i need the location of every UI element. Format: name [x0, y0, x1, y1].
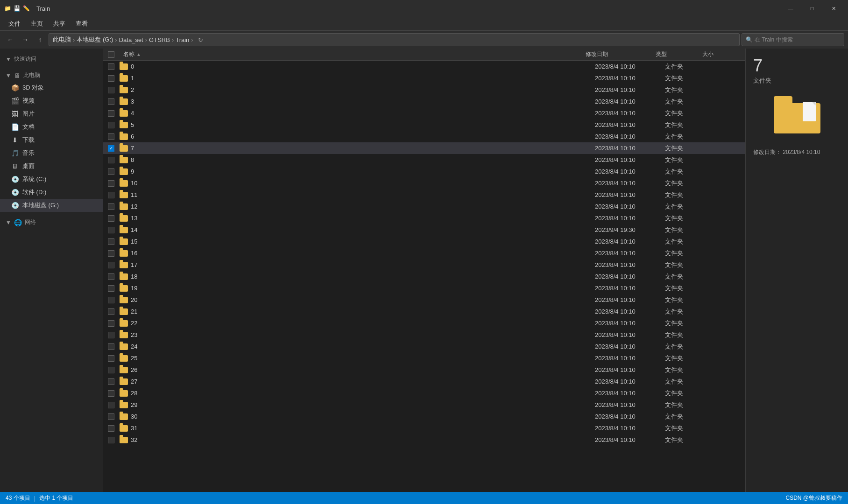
- address-gtsrb[interactable]: GTSRB: [149, 36, 170, 43]
- row-checkbox-col[interactable]: [103, 413, 120, 420]
- refresh-button[interactable]: ↻: [195, 34, 206, 45]
- row-checkbox-col[interactable]: [103, 367, 120, 373]
- row-checkbox-col[interactable]: [103, 285, 120, 292]
- row-checkbox[interactable]: [108, 262, 114, 268]
- row-checkbox-col[interactable]: [103, 437, 120, 443]
- row-checkbox-col[interactable]: [103, 63, 120, 70]
- row-checkbox-col[interactable]: [103, 98, 120, 105]
- row-checkbox[interactable]: [108, 320, 114, 327]
- table-row[interactable]: 10 2023/8/4 10:10 文件夹: [103, 177, 745, 189]
- up-button[interactable]: ↑: [34, 33, 47, 46]
- row-checkbox[interactable]: [108, 367, 114, 373]
- row-checkbox[interactable]: [108, 332, 114, 338]
- row-checkbox[interactable]: [108, 425, 114, 432]
- row-checkbox-col[interactable]: [103, 157, 120, 163]
- search-bar[interactable]: 🔍 在 Train 中搜索: [742, 33, 844, 46]
- select-all-checkbox[interactable]: [108, 51, 114, 58]
- table-row[interactable]: 8 2023/8/4 10:10 文件夹: [103, 154, 745, 166]
- table-row[interactable]: 2 2023/8/4 10:10 文件夹: [103, 84, 745, 96]
- table-row[interactable]: 23 2023/8/4 10:10 文件夹: [103, 329, 745, 341]
- row-checkbox[interactable]: [108, 437, 114, 443]
- row-checkbox-col[interactable]: [103, 378, 120, 385]
- row-checkbox-col[interactable]: ✓: [103, 145, 120, 152]
- row-checkbox[interactable]: [108, 238, 114, 245]
- header-checkbox-col[interactable]: [103, 51, 120, 58]
- row-checkbox[interactable]: [108, 75, 114, 82]
- row-checkbox[interactable]: [108, 390, 114, 397]
- table-row[interactable]: 24 2023/8/4 10:10 文件夹: [103, 341, 745, 352]
- row-checkbox-col[interactable]: [103, 262, 120, 268]
- row-checkbox-col[interactable]: [103, 227, 120, 233]
- sidebar-quick-access-header[interactable]: ▼ 快速访问: [0, 52, 103, 65]
- table-row[interactable]: 27 2023/8/4 10:10 文件夹: [103, 376, 745, 387]
- sidebar-item-downloads[interactable]: ⬇ 下载: [0, 133, 103, 147]
- table-row[interactable]: 20 2023/8/4 10:10 文件夹: [103, 294, 745, 306]
- address-pc[interactable]: 此电脑: [53, 35, 71, 44]
- table-row[interactable]: 28 2023/8/4 10:10 文件夹: [103, 387, 745, 399]
- sidebar-item-g-drive[interactable]: 💿 本地磁盘 (G:): [0, 199, 103, 212]
- row-checkbox-col[interactable]: [103, 273, 120, 280]
- table-row[interactable]: 3 2023/8/4 10:10 文件夹: [103, 96, 745, 107]
- table-row[interactable]: 9 2023/8/4 10:10 文件夹: [103, 166, 745, 177]
- row-checkbox[interactable]: [108, 413, 114, 420]
- row-checkbox[interactable]: [108, 110, 114, 117]
- row-checkbox-col[interactable]: [103, 168, 120, 175]
- row-checkbox-col[interactable]: [103, 75, 120, 82]
- address-bar[interactable]: 此电脑 › 本地磁盘 (G:) › Data_set › GTSRB › Tra…: [49, 33, 740, 46]
- col-header-name[interactable]: 名称 ▲: [120, 50, 582, 58]
- row-checkbox[interactable]: [108, 215, 114, 222]
- sidebar-item-video[interactable]: 🎬 视频: [0, 94, 103, 107]
- row-checkbox[interactable]: [108, 157, 114, 163]
- menu-view[interactable]: 查看: [71, 18, 92, 30]
- sidebar-item-d-drive[interactable]: 💿 软件 (D:): [0, 186, 103, 199]
- table-row[interactable]: 30 2023/8/4 10:10 文件夹: [103, 411, 745, 422]
- table-row[interactable]: 22 2023/8/4 10:10 文件夹: [103, 317, 745, 329]
- row-checkbox-col[interactable]: [103, 355, 120, 362]
- row-checkbox[interactable]: [108, 227, 114, 233]
- sidebar-item-documents[interactable]: 📄 文档: [0, 120, 103, 133]
- col-header-date[interactable]: 修改日期: [582, 50, 652, 58]
- table-row[interactable]: 29 2023/8/4 10:10 文件夹: [103, 399, 745, 411]
- address-train[interactable]: Train: [176, 36, 189, 43]
- row-checkbox[interactable]: [108, 168, 114, 175]
- address-dataset[interactable]: Data_set: [119, 36, 143, 43]
- table-row[interactable]: 11 2023/8/4 10:10 文件夹: [103, 189, 745, 201]
- row-checkbox[interactable]: [108, 273, 114, 280]
- table-row[interactable]: 26 2023/8/4 10:10 文件夹: [103, 364, 745, 376]
- sidebar-item-desktop[interactable]: 🖥 桌面: [0, 160, 103, 173]
- table-row[interactable]: 25 2023/8/4 10:10 文件夹: [103, 352, 745, 364]
- table-row[interactable]: 21 2023/8/4 10:10 文件夹: [103, 306, 745, 317]
- row-checkbox[interactable]: [108, 180, 114, 187]
- table-row[interactable]: 5 2023/8/4 10:10 文件夹: [103, 119, 745, 131]
- row-checkbox-col[interactable]: [103, 297, 120, 303]
- col-header-type[interactable]: 类型: [652, 50, 699, 58]
- row-checkbox-col[interactable]: [103, 332, 120, 338]
- row-checkbox[interactable]: [108, 355, 114, 362]
- row-checkbox-col[interactable]: [103, 425, 120, 432]
- row-checkbox-col[interactable]: [103, 215, 120, 222]
- row-checkbox-col[interactable]: [103, 110, 120, 117]
- close-button[interactable]: ✕: [823, 0, 844, 17]
- menu-file[interactable]: 文件: [4, 18, 25, 30]
- sidebar-network-header[interactable]: ▼ 🌐 网络: [0, 216, 103, 228]
- row-checkbox[interactable]: [108, 308, 114, 315]
- minimize-button[interactable]: —: [780, 0, 801, 17]
- row-checkbox-col[interactable]: [103, 180, 120, 187]
- sidebar-item-3dobjects[interactable]: 📦 3D 对象: [0, 81, 103, 94]
- address-drive[interactable]: 本地磁盘 (G:): [77, 35, 113, 44]
- row-checkbox[interactable]: [108, 297, 114, 303]
- row-checkbox[interactable]: [108, 343, 114, 350]
- row-checkbox[interactable]: [108, 87, 114, 93]
- row-checkbox-col[interactable]: [103, 133, 120, 140]
- table-row[interactable]: 31 2023/8/4 10:10 文件夹: [103, 422, 745, 434]
- table-row[interactable]: 15 2023/8/4 10:10 文件夹: [103, 236, 745, 247]
- menu-share[interactable]: 共享: [49, 18, 70, 30]
- table-row[interactable]: 13 2023/8/4 10:10 文件夹: [103, 212, 745, 224]
- row-checkbox-col[interactable]: [103, 192, 120, 198]
- table-row[interactable]: 16 2023/8/4 10:10 文件夹: [103, 247, 745, 259]
- sidebar-item-pictures[interactable]: 🖼 图片: [0, 107, 103, 120]
- row-checkbox[interactable]: [108, 250, 114, 257]
- row-checkbox-col[interactable]: [103, 320, 120, 327]
- row-checkbox-col[interactable]: [103, 402, 120, 408]
- row-checkbox[interactable]: [108, 122, 114, 128]
